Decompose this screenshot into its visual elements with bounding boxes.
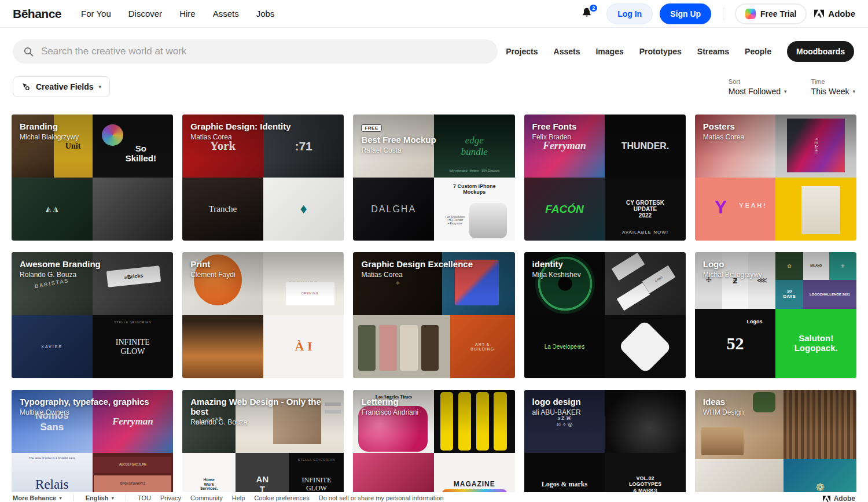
moodboard-card[interactable]: ϶ Ƶ ⌘ ⊙ ✧ ◎Logos & marksVOL.02 LOGOTYPES…: [524, 390, 686, 502]
moodboard-card[interactable]: Y E A H IYYEAH! Posters Matias Corea: [695, 115, 856, 241]
time-value: This Week: [811, 87, 849, 96]
moodboard-card[interactable]: ✦ART & BUILDING Graphic Design Excellenc…: [353, 252, 514, 378]
nav-item-assets[interactable]: Assets: [213, 9, 239, 19]
tab-assets[interactable]: Assets: [554, 47, 580, 56]
moodboard-title: Print: [190, 259, 336, 269]
creative-fields-button[interactable]: Creative Fields ▾: [13, 76, 110, 97]
nav-item-discover[interactable]: Discover: [128, 9, 162, 19]
tab-streams[interactable]: Streams: [697, 47, 729, 56]
moodboard-card[interactable]: Nomos SansFerrymanRelaisThe taste of ord…: [12, 390, 173, 502]
adobe-logo[interactable]: Adobe: [814, 9, 855, 19]
footer-link-do-not-sell-or-share-my-personal-information[interactable]: Do not sell or share my personal informa…: [319, 494, 444, 501]
search-bar[interactable]: [13, 39, 498, 64]
moodboard-title: Ideas: [703, 397, 848, 407]
moodboard-owner[interactable]: Clément Faydi: [190, 271, 336, 279]
tab-prototypes[interactable]: Prototypes: [639, 47, 682, 56]
moodboard-card[interactable]: York:71Tranche♦ Graphic Design: Identity…: [182, 115, 344, 241]
moodboard-card[interactable]: BARISTAS≡BricksXAVIERINFINITE GLOWSTELLA…: [12, 252, 173, 378]
collage-tile: ABCDEFGHIJLMN: [94, 457, 171, 473]
tab-projects[interactable]: Projects: [506, 47, 538, 56]
moodboard-card[interactable]: UnitSo Skilled!◭ ◮ Branding Michal Bialo…: [12, 115, 173, 241]
adobe-icon: [814, 9, 825, 19]
footer-link-help[interactable]: Help: [232, 494, 245, 501]
collage-tile: • 2K Resolution • HQ Render • Easy use: [436, 205, 475, 235]
free-trial-label: Free Trial: [760, 9, 796, 19]
moodboard-owner[interactable]: WHM Design: [703, 408, 848, 416]
moodboard-card[interactable]: СЛОВОLa Ɔevelope⊕s identity Mitja Keshis…: [524, 252, 686, 378]
divider: [126, 494, 126, 501]
footer-link-cookie-preferences[interactable]: Cookie preferences: [254, 494, 309, 501]
moodboard-card[interactable]: Los Angeles TimesMAGAZINE Lettering Fran…: [353, 390, 514, 502]
nav-item-jobs[interactable]: Jobs: [256, 9, 275, 19]
moodboard-card[interactable]: edge bundlefully extended · lifetime · 9…: [353, 115, 514, 241]
time-dropdown[interactable]: Time This Week ▾: [811, 78, 855, 96]
collage-tile: ART & BUILDING: [450, 315, 515, 378]
main-nav: For YouDiscoverHireAssetsJobs: [81, 9, 274, 19]
moodboard-owner[interactable]: Michal Bialogrzywy: [20, 133, 165, 141]
collage-tile: [469, 203, 506, 238]
notifications-button[interactable]: 2: [581, 7, 596, 21]
footer: More Behance ▾ English ▾ TOUPrivacyCommu…: [0, 492, 868, 502]
moodboard-title: identity: [532, 259, 678, 269]
tab-images[interactable]: Images: [595, 47, 623, 56]
more-behance-dropdown[interactable]: More Behance ▾: [13, 494, 62, 501]
caret-down-icon: ▾: [111, 495, 114, 501]
adobe-icon: [822, 495, 831, 502]
moodboard-title: Typography, typeface, graphics: [20, 397, 165, 407]
nav-item-hire[interactable]: Hire: [179, 9, 196, 19]
moodboard-owner[interactable]: ali ABU-BAKER: [532, 408, 678, 416]
moodboard-card[interactable]: ✣ƶ⋘✿MILANO⚜30 DAYSLOGOCHALLENGE 202152Lo…: [695, 252, 856, 378]
moodboard-owner[interactable]: Francisco Andriani: [361, 408, 506, 416]
moodboard-owner[interactable]: Matias Corea: [190, 133, 336, 141]
footer-adobe-logo[interactable]: Adobe: [822, 494, 855, 502]
divider: [73, 494, 74, 501]
collage-tile: [421, 325, 439, 370]
collage-tile: XAVIER: [12, 315, 93, 378]
behance-logo[interactable]: Bēhance: [13, 7, 61, 21]
nav-item-for-you[interactable]: For You: [81, 9, 111, 19]
sort-label: Sort: [729, 78, 787, 85]
collage-tile: ♦: [263, 178, 344, 241]
moodboard-card[interactable]: ZEPHYRSOPENINGÀ I Print Clément Faydi: [182, 252, 344, 378]
moodboard-owner[interactable]: Matias Corea: [703, 133, 848, 141]
top-navbar: Bēhance For YouDiscoverHireAssetsJobs 2 …: [0, 0, 868, 28]
tab-moodboards[interactable]: Moodboards: [787, 41, 854, 62]
moodboard-title: Awesome Branding: [20, 259, 165, 269]
footer-link-community[interactable]: Community: [190, 494, 223, 501]
moodboard-owner[interactable]: Felix Braden: [532, 133, 678, 141]
collage-tile: DALGHA: [353, 178, 434, 241]
notification-badge: 2: [589, 3, 598, 13]
moodboard-title: Graphic Design: Identity: [190, 121, 336, 131]
moodboard-owner[interactable]: Mitja Keshishev: [532, 271, 678, 279]
collage-tile: 30 DAYS: [775, 280, 803, 309]
creative-fields-icon: [21, 82, 31, 91]
moodboard-card[interactable]: FerrymanTHUNDER.FACÓNCY GROTESK UPDATE 2…: [524, 115, 686, 241]
sort-dropdown[interactable]: Sort Most Followed ▾: [729, 78, 787, 96]
creative-fields-label: Creative Fields: [36, 82, 94, 91]
moodboard-owner[interactable]: Michal Bialogrzywy: [703, 271, 848, 279]
free-trial-button[interactable]: Free Trial: [735, 3, 807, 24]
divider: [723, 8, 723, 20]
footer-links: TOUPrivacyCommunityHelpCookie preference…: [138, 494, 444, 501]
footer-link-privacy[interactable]: Privacy: [160, 494, 181, 501]
language-dropdown[interactable]: English ▾: [86, 494, 114, 501]
collage-tile: La Ɔevelope⊕s: [524, 315, 605, 378]
moodboard-owner[interactable]: Rolando G. Bouza: [190, 418, 336, 426]
tab-people[interactable]: People: [745, 47, 771, 56]
filter-row: Creative Fields ▾ Sort Most Followed ▾ T…: [13, 76, 855, 97]
behance-page: Bēhance For YouDiscoverHireAssetsJobs 2 …: [0, 0, 868, 502]
moodboard-owner[interactable]: Rolando G. Bouza: [20, 271, 165, 279]
footer-link-tou[interactable]: TOU: [138, 494, 151, 501]
moodboard-owner[interactable]: Matias Corea: [361, 271, 506, 279]
moodboard-owner[interactable]: Multiple Owners: [20, 408, 165, 416]
adobe-label: Adobe: [828, 9, 855, 19]
search-input[interactable]: [41, 46, 487, 57]
collage-tile: [400, 325, 418, 370]
signup-button[interactable]: Sign Up: [660, 3, 711, 24]
login-button[interactable]: Log In: [606, 3, 653, 24]
moodboard-card[interactable]: ❁ Ideas WHM Design: [695, 390, 856, 502]
moodboard-card[interactable]: BARISTASHome Work Services.AN TINFINITE …: [182, 390, 344, 502]
moodboard-title: Lettering: [361, 397, 506, 407]
collage-tile: Logos: [737, 315, 772, 328]
moodboard-owner[interactable]: Rafael Costa: [361, 146, 506, 154]
